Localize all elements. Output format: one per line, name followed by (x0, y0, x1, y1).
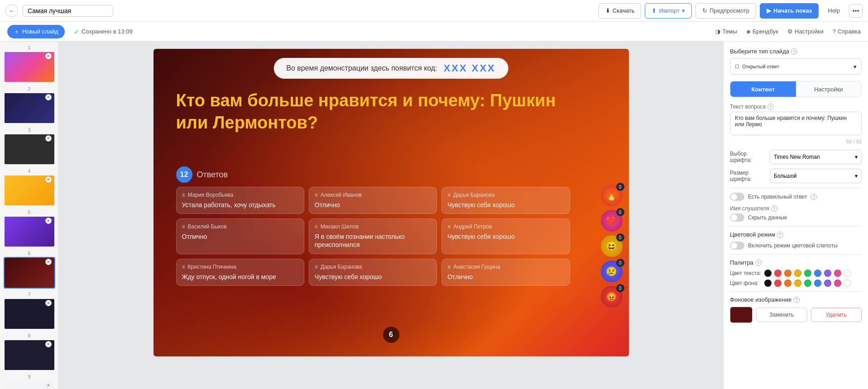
slide-thumb-8[interactable]: 8 ✕ (2, 333, 57, 371)
slide-thumb-2[interactable]: 2 ✕ (2, 86, 57, 124)
slide-thumb-9[interactable]: 9 ✕ (2, 375, 57, 389)
divider-2 (730, 226, 862, 227)
bg-color-black[interactable] (764, 280, 772, 287)
card-name-0: Мария Воробьева (188, 192, 234, 198)
font-select[interactable]: Times New Roman ▾ (770, 150, 862, 164)
tab-settings[interactable]: Настройки (796, 81, 862, 97)
divider-4 (730, 291, 862, 292)
slide-thumb-5[interactable]: 5 ✕ (2, 210, 57, 247)
bg-color-pink[interactable] (834, 280, 841, 287)
listener-name-label: Имя слушателя ? (730, 205, 862, 212)
new-slide-button[interactable]: ＋ Новый слайд (7, 25, 65, 38)
hide-data-row: Скрыть данные (730, 213, 862, 222)
text-color-yellow[interactable] (794, 270, 801, 277)
card-header-1: ≡ Алексей Иванов (315, 192, 431, 198)
fire-emoji-button[interactable]: 🔥 0 (601, 185, 623, 206)
import-button[interactable]: ⬆ Импорт ▾ (645, 3, 691, 19)
colorblind-label: Включить режим цветовой слепоты (748, 242, 838, 249)
slide-close-7[interactable]: ✕ (45, 300, 52, 306)
sad-emoji-button[interactable]: 😢 0 (601, 261, 623, 282)
text-color-green[interactable] (804, 270, 811, 277)
slide-close-1[interactable]: ✕ (45, 53, 52, 59)
text-color-white[interactable] (844, 270, 851, 277)
bg-color-label: Цвет фона: (730, 280, 762, 286)
bg-color-red[interactable] (774, 280, 782, 287)
tab-content[interactable]: Контент (730, 81, 796, 97)
correct-answer-toggle[interactable] (730, 193, 744, 201)
slide-type-select[interactable]: ☐ Открытый ответ ▾ (730, 58, 862, 75)
slide-canvas[interactable]: Во время демонстрации здесь появится код… (153, 49, 629, 356)
bg-color-yellow[interactable] (794, 280, 801, 287)
delete-bg-button[interactable]: Удалить (811, 308, 862, 322)
import-icon: ⬆ (652, 7, 657, 14)
card-name-6: Кристина Птичкина (188, 264, 237, 270)
bg-color-purple[interactable] (824, 280, 831, 287)
slide-thumb-3[interactable]: 3 ✕ (2, 128, 57, 165)
text-color-pink[interactable] (834, 270, 841, 277)
slide-close-6[interactable]: ✕ (45, 259, 52, 265)
colorblind-toggle[interactable] (730, 242, 744, 250)
divider-3 (730, 254, 862, 255)
slide-thumb-1[interactable]: 1 ✕ (2, 45, 57, 83)
settings-nav[interactable]: ⚙ Настройки (787, 28, 824, 35)
text-color-red[interactable] (774, 270, 782, 277)
heart-emoji-button[interactable]: ❤️ 0 (601, 210, 623, 232)
response-card-6: ≡ Кристина Птичкина Жду отпуск, одной но… (176, 259, 304, 286)
text-color-label: Цвет текста: (730, 270, 762, 276)
text-color-blue[interactable] (814, 270, 821, 277)
text-color-row: Цвет текста: (730, 270, 862, 277)
question-textarea[interactable]: Кто вам больше нравится и почему: Пушкин… (730, 112, 862, 135)
canvas-area: Во время демонстрации здесь появится код… (59, 42, 723, 389)
slide-close-3[interactable]: ✕ (45, 135, 52, 142)
slide-close-4[interactable]: ✕ (45, 176, 52, 183)
color-mode-section: Цветовой режим ? (730, 231, 862, 238)
help-button[interactable]: Help (822, 3, 845, 19)
angry-count: 0 (616, 284, 624, 292)
emoji-reactions: 🔥 0 ❤️ 0 😆 0 😢 0 😡 0 (601, 185, 623, 308)
font-selector-row: Выбор шрифта: Times New Roman ▾ (730, 150, 862, 164)
bg-image-preview[interactable] (730, 307, 753, 323)
top-bar: ← ⬇ Скачать ⬆ Импорт ▾ ↻ Предпросмотр ▶ … (0, 0, 868, 22)
slide-thumb-6[interactable]: 6 ✕ (2, 251, 57, 289)
text-color-purple[interactable] (824, 270, 831, 277)
angry-emoji-button[interactable]: 😡 0 (601, 286, 623, 308)
card-text-7: Чувствую себя хорошо (315, 273, 431, 281)
slide-close-9[interactable]: ✕ (45, 382, 52, 389)
slide-close-8[interactable]: ✕ (45, 341, 52, 347)
slide-close-2[interactable]: ✕ (45, 94, 52, 100)
card-name-1: Алексей Иванов (321, 192, 362, 198)
font-size-label: Размер шрифта: (730, 170, 766, 182)
bg-color-green[interactable] (804, 280, 811, 287)
hide-data-toggle[interactable] (730, 213, 744, 222)
title-input[interactable] (23, 5, 113, 17)
download-button[interactable]: ⬇ Скачать (599, 3, 642, 19)
import-chevron-icon: ▾ (682, 7, 685, 14)
back-button[interactable]: ← (5, 5, 18, 17)
start-show-button[interactable]: ▶ Начать показ (760, 3, 819, 19)
card-icon-7: ≡ (315, 264, 318, 270)
text-color-black[interactable] (764, 270, 772, 277)
bg-color-blue[interactable] (814, 280, 821, 287)
bg-color-white[interactable] (844, 280, 851, 287)
slide-thumb-4[interactable]: 4 ✕ (2, 169, 57, 206)
bg-image-section: Фоновое изображение ? (730, 296, 862, 303)
brandsbook-nav[interactable]: ◈ Брендбук (746, 28, 778, 35)
laugh-emoji-button[interactable]: 😆 0 (601, 235, 623, 257)
font-label: Выбор шрифта: (730, 151, 766, 163)
text-color-orange[interactable] (784, 270, 791, 277)
bg-color-orange[interactable] (784, 280, 791, 287)
help-nav[interactable]: ? Справка (833, 28, 861, 35)
preview-button[interactable]: ↻ Предпросмотр (695, 3, 756, 19)
slide-thumb-7[interactable]: 7 ✕ (2, 292, 57, 330)
slide-close-5[interactable]: ✕ (45, 218, 52, 224)
answers-count-row: 12 Ответов (176, 166, 228, 183)
code-value: XXX XXX (444, 62, 496, 74)
more-button[interactable]: ••• (849, 4, 863, 18)
sad-count: 0 (616, 259, 624, 267)
response-card-8: ≡ Анастасия Гущина Отлично (441, 259, 570, 286)
card-text-6: Жду отпуск, одной ногой в море (182, 273, 298, 281)
replace-bg-button[interactable]: Заменить (756, 308, 807, 322)
themes-nav[interactable]: ◑ Темы (715, 28, 737, 35)
font-size-select[interactable]: Большой ▾ (770, 169, 862, 183)
response-card-7: ≡ Дарья Баранова Чувствую себя хорошо (309, 259, 437, 286)
